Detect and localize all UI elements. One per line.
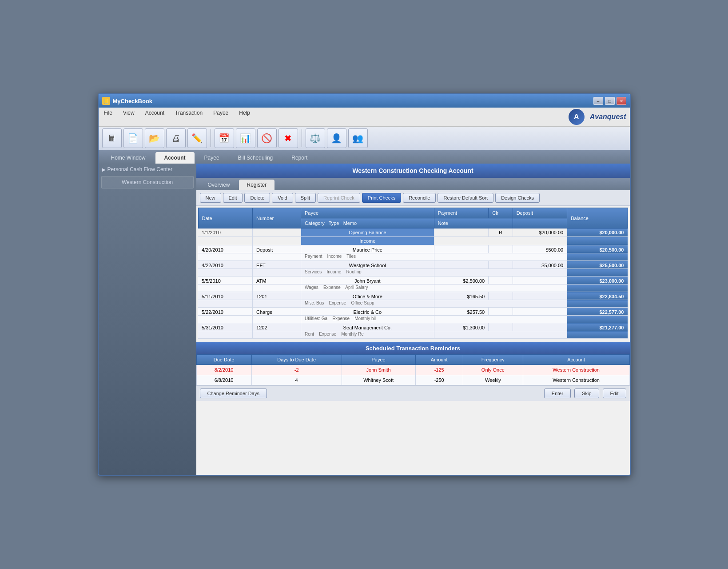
toolbar-balance[interactable]: ⚖️ (306, 128, 325, 148)
table-row[interactable]: 4/20/2010 Deposit Maurice Price $500.00 … (198, 245, 628, 253)
table-row-detail: Payment Income Tiles (198, 253, 628, 261)
reminder-header-payee[interactable]: Payee (342, 355, 415, 365)
toolbar-report[interactable]: 📊 (236, 128, 255, 148)
edit-button[interactable]: Edit (223, 193, 243, 203)
tab-report[interactable]: Report (282, 152, 316, 164)
sidebar-item-western-construction[interactable]: Western Construction (101, 176, 194, 188)
register-tbody: 1/1/2010 Opening Balance R $20,000.00 $2… (198, 228, 628, 339)
reminder-header-account[interactable]: Account (523, 355, 629, 365)
menu-account[interactable]: Account (143, 109, 166, 125)
sub-tab-overview[interactable]: Overview (200, 180, 238, 190)
toolbar-separator-1 (211, 129, 211, 147)
toolbar-cancel[interactable]: 🚫 (257, 128, 277, 148)
table-row[interactable]: 5/31/2010 1202 Seal Management Co. $1,30… (198, 323, 628, 331)
restore-default-sort-button[interactable]: Restore Default Sort (438, 193, 493, 203)
toolbar-calculator[interactable]: 🖩 (102, 128, 122, 148)
table-row[interactable]: 5/11/2010 1201 Office & More $165.50 $22… (198, 292, 628, 300)
print-checks-button[interactable]: Print Checks (362, 193, 401, 203)
payee-cell: Electric & Co (301, 308, 434, 316)
clr-cell (489, 308, 513, 316)
toolbar-delete[interactable]: ✖ (278, 128, 298, 148)
table-row[interactable]: 5/22/2010 Charge Electric & Co $257.50 $… (198, 308, 628, 316)
reminder-days-to-due: -2 (251, 365, 342, 375)
menu-transaction[interactable]: Transaction (173, 109, 204, 125)
header-payee[interactable]: Payee (301, 208, 434, 218)
close-button[interactable]: ✕ (617, 97, 626, 105)
void-button[interactable]: Void (272, 193, 293, 203)
table-row-detail: Misc. Bus Expense Office Supp (198, 300, 628, 308)
sub-tab-register[interactable]: Register (239, 180, 275, 190)
header-balance[interactable]: Balance (567, 208, 628, 228)
note-cell (434, 300, 567, 308)
table-row[interactable]: 1/1/2010 Opening Balance R $20,000.00 $2… (198, 228, 628, 237)
reminder-row[interactable]: 6/8/2010 4 Whitney Scott -250 Weekly Wes… (196, 375, 629, 385)
toolbar-persons[interactable]: 👥 (348, 128, 368, 148)
type-cell: Income (301, 237, 434, 245)
reminder-header-amount[interactable]: Amount (415, 355, 463, 365)
menu-view[interactable]: View (121, 109, 136, 125)
split-button[interactable]: Split (295, 193, 316, 203)
reminder-header-due-date[interactable]: Due Date (196, 355, 251, 365)
title-controls: – □ ✕ (593, 97, 626, 105)
tab-home-window[interactable]: Home Window (102, 152, 155, 164)
note-cell (434, 284, 567, 292)
toolbar-new-file[interactable]: 📄 (123, 128, 143, 148)
table-row[interactable]: 5/5/2010 ATM John Bryant $2,500.00 $23,0… (198, 276, 628, 284)
reminder-row[interactable]: 8/2/2010 -2 John Smith -125 Only Once We… (196, 365, 629, 375)
toolbar-print[interactable]: 🖨 (166, 128, 186, 148)
number-cell: 1201 (253, 292, 301, 300)
balance-cell: $20,500.00 (567, 245, 628, 253)
header-payment[interactable]: Payment (434, 208, 489, 218)
skip-button[interactable]: Skip (574, 389, 599, 398)
maximize-button[interactable]: □ (605, 97, 615, 105)
date-cell: 4/20/2010 (198, 245, 253, 253)
minimize-button[interactable]: – (593, 97, 603, 105)
reminders-tbody: 8/2/2010 -2 John Smith -125 Only Once We… (196, 365, 629, 385)
reminder-days-to-due: 4 (251, 375, 342, 385)
reconcile-button[interactable]: Reconcile (403, 193, 436, 203)
tab-bill-scheduling[interactable]: Bill Scheduling (229, 152, 282, 164)
deposit-cell (513, 308, 567, 316)
design-checks-button[interactable]: Design Checks (495, 193, 540, 203)
header-clr[interactable]: Clr (489, 208, 513, 218)
payee-cell: Opening Balance (301, 228, 434, 237)
header-date[interactable]: Date (198, 208, 253, 228)
reminder-header-frequency[interactable]: Frequency (463, 355, 523, 365)
window-title: MyCheckBook (113, 98, 153, 104)
reminder-amount: -125 (415, 365, 463, 375)
sub-tab-bar: Overview Register (196, 178, 630, 190)
toolbar-person-check[interactable]: 👤 (327, 128, 346, 148)
new-button[interactable]: New (200, 193, 221, 203)
reminder-payee: John Smith (342, 365, 415, 375)
toolbar-schedule[interactable]: 📅 (215, 128, 234, 148)
edit-reminder-button[interactable]: Edit (603, 389, 626, 398)
balance-filler (567, 253, 628, 261)
enter-button[interactable]: Enter (544, 389, 571, 398)
payee-cell: Office & More (301, 292, 434, 300)
menu-file[interactable]: File (102, 109, 114, 125)
header-deposit[interactable]: Deposit (513, 208, 567, 218)
detail-cell: Services Income Roofing (301, 269, 434, 276)
toolbar-open-file[interactable]: 📂 (145, 128, 164, 148)
date-cell: 4/22/2010 (198, 261, 253, 269)
change-reminder-days-button[interactable]: Change Reminder Days (200, 389, 267, 398)
account-panel: Western Construction Checking Account Ov… (196, 164, 630, 475)
detail-cell: Misc. Bus Expense Office Supp (301, 300, 434, 308)
note-cell (434, 316, 567, 323)
app-icon: 📒 (102, 97, 110, 105)
reprint-check-button[interactable]: Reprint Check (318, 193, 360, 203)
tab-account[interactable]: Account (155, 152, 195, 164)
toolbar-edit[interactable]: ✏️ (187, 128, 207, 148)
balance-cell: $23,000.00 (567, 276, 628, 284)
header-number[interactable]: Number (253, 208, 301, 228)
reminder-header-days-to-due[interactable]: Days to Due Date (251, 355, 342, 365)
tab-payee[interactable]: Payee (195, 152, 228, 164)
detail-cell: Wages Expense April Salary (301, 284, 434, 292)
table-row[interactable]: 4/22/2010 EFT Westgate School $5,000.00 … (198, 261, 628, 269)
table-row-detail: Rent Expense Monthly Re (198, 331, 628, 339)
register-table: Date Number Payee Payment Clr Deposit Ba… (198, 208, 628, 339)
reminders-section: Scheduled Transaction Reminders Due Date… (196, 342, 630, 385)
delete-button[interactable]: Delete (244, 193, 270, 203)
menu-payee[interactable]: Payee (211, 109, 230, 125)
menu-help[interactable]: Help (237, 109, 252, 125)
